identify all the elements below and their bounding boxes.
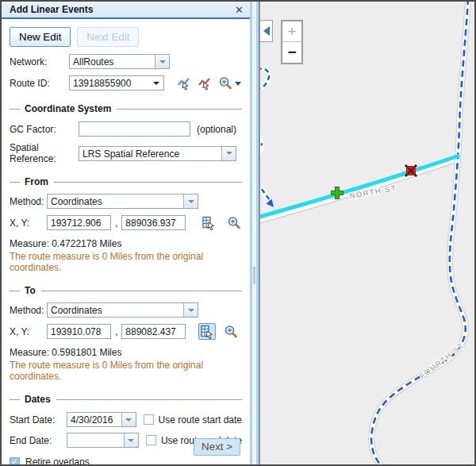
selected-route-highlight bbox=[260, 156, 459, 218]
coordinate-system-heading: Coordinate System bbox=[10, 103, 242, 114]
retire-overlaps-label: Retire overlaps bbox=[25, 456, 90, 464]
to-measure-text: Measure: 0.5981801 Miles bbox=[10, 347, 242, 358]
from-x-input[interactable] bbox=[47, 215, 111, 230]
spatial-reference-dropdown[interactable]: LRS Spatial Reference bbox=[79, 146, 236, 161]
road-fill bbox=[371, 2, 468, 464]
panel-title: Add Linear Events bbox=[10, 4, 235, 15]
to-x-input[interactable] bbox=[47, 324, 111, 339]
use-route-end-date-checkbox[interactable] bbox=[146, 435, 156, 445]
xy-separator: , bbox=[115, 326, 117, 337]
end-date-value bbox=[67, 433, 124, 447]
from-heading-text: From bbox=[25, 176, 48, 187]
to-heading-text: To bbox=[25, 285, 36, 296]
chevron-down-icon bbox=[188, 309, 194, 312]
next-button[interactable]: Next > bbox=[194, 438, 240, 456]
magnifier-plus-icon bbox=[224, 325, 238, 339]
use-route-start-date-label: Use route start date bbox=[159, 414, 242, 426]
chevron-left-icon bbox=[263, 26, 270, 36]
spatial-reference-label: Spatial Reference: bbox=[10, 142, 79, 164]
zoom-to-to-point-icon[interactable] bbox=[222, 323, 240, 340]
from-y-input[interactable] bbox=[121, 215, 186, 230]
chevron-down-icon bbox=[188, 200, 194, 203]
to-heading: To bbox=[10, 285, 242, 296]
network-label: Network: bbox=[10, 56, 69, 67]
close-icon[interactable]: ✕ bbox=[235, 5, 244, 15]
to-method-dropdown[interactable]: Coordinates bbox=[47, 302, 198, 318]
select-to-route-icon[interactable] bbox=[196, 75, 213, 91]
chevron-down-icon bbox=[153, 82, 159, 85]
spatial-reference-value: LRS Spatial Reference bbox=[79, 147, 221, 160]
next-edit-button: Next Edit bbox=[77, 27, 139, 47]
gc-factor-input[interactable] bbox=[79, 121, 190, 137]
to-method-label: Method: bbox=[10, 305, 47, 316]
network-dropdown-button[interactable] bbox=[155, 55, 169, 68]
network-value: AllRoutes bbox=[70, 55, 155, 68]
zoom-out-button[interactable]: − bbox=[282, 42, 301, 63]
network-dropdown[interactable]: AllRoutes bbox=[69, 54, 170, 69]
optional-hint: (optional) bbox=[197, 124, 236, 135]
xy-separator: , bbox=[115, 218, 117, 229]
gc-factor-label: GC Factor: bbox=[10, 124, 79, 135]
panel-splitter[interactable] bbox=[250, 2, 259, 464]
add-linear-events-panel: Add Linear Events ✕ New Edit Next Edit N… bbox=[2, 2, 250, 464]
from-heading: From bbox=[10, 176, 242, 187]
pick-to-coordinates-icon[interactable] bbox=[198, 323, 216, 340]
pick-from-coordinates-icon[interactable] bbox=[200, 214, 217, 231]
from-method-dropdown[interactable]: Coordinates bbox=[47, 194, 198, 209]
coordinate-system-heading-text: Coordinate System bbox=[25, 103, 111, 114]
to-measure-warning: The route measure is 0 Miles from the or… bbox=[10, 360, 242, 382]
pick-coordinates-icon bbox=[202, 216, 217, 230]
zoom-to-route-magnifier-icon bbox=[218, 76, 242, 91]
end-date-dropdown-button[interactable] bbox=[124, 433, 138, 447]
end-date-label: End Date: bbox=[10, 435, 67, 446]
chevron-down-icon bbox=[226, 152, 232, 155]
application-window: Add Linear Events ✕ New Edit Next Edit N… bbox=[0, 0, 476, 466]
from-measure-warning: The route measure is 0 Miles from the or… bbox=[10, 251, 242, 273]
start-date-dropdown-button[interactable] bbox=[121, 413, 136, 426]
select-to-route-icon bbox=[198, 76, 212, 91]
route-id-value: 13918855900 bbox=[73, 78, 153, 89]
map-canvas[interactable]: NORTH ST FOURTH ST + − bbox=[259, 2, 474, 464]
magnifier-plus-icon bbox=[227, 216, 241, 230]
to-y-input[interactable] bbox=[121, 324, 186, 339]
start-date-dropdown[interactable]: 4/30/2016 bbox=[67, 412, 136, 427]
dates-heading-text: Dates bbox=[25, 394, 51, 405]
from-method-label: Method: bbox=[10, 196, 47, 207]
new-edit-button[interactable]: New Edit bbox=[10, 27, 71, 47]
splitter-handle[interactable] bbox=[253, 267, 255, 284]
chevron-down-icon bbox=[159, 60, 166, 64]
from-measure-text: Measure: 0.4722178 Miles bbox=[10, 238, 242, 249]
collapse-panel-button[interactable] bbox=[260, 20, 273, 42]
retire-overlaps-checkbox[interactable] bbox=[10, 457, 20, 465]
route-id-combo[interactable]: 13918855900 bbox=[69, 75, 164, 91]
to-xy-label: X, Y: bbox=[10, 326, 47, 337]
from-method-dropdown-button[interactable] bbox=[183, 194, 198, 208]
select-from-route-icon bbox=[177, 76, 191, 91]
street-label-fourth-st: FOURTH ST bbox=[418, 341, 466, 380]
map-zoom-control: + − bbox=[281, 20, 303, 64]
zoom-to-route-icon[interactable] bbox=[218, 75, 242, 91]
panel-titlebar: Add Linear Events ✕ bbox=[2, 2, 250, 19]
chevron-down-icon bbox=[125, 418, 132, 422]
start-date-label: Start Date: bbox=[10, 414, 67, 426]
pick-coordinates-icon bbox=[200, 325, 215, 339]
select-from-route-icon[interactable] bbox=[175, 75, 193, 91]
spatial-reference-dropdown-button[interactable] bbox=[221, 147, 236, 160]
map-features: NORTH ST FOURTH ST bbox=[260, 2, 474, 464]
from-xy-label: X, Y: bbox=[10, 218, 47, 229]
dates-heading: Dates bbox=[10, 394, 242, 405]
from-method-value: Coordinates bbox=[48, 194, 183, 208]
to-method-value: Coordinates bbox=[48, 303, 183, 317]
start-date-value: 4/30/2016 bbox=[67, 413, 121, 426]
route-id-label: Route ID: bbox=[10, 78, 69, 89]
zoom-to-from-point-icon[interactable] bbox=[225, 214, 243, 231]
use-route-start-date-checkbox[interactable] bbox=[144, 414, 154, 425]
chevron-down-icon bbox=[128, 439, 134, 442]
end-date-dropdown[interactable] bbox=[67, 433, 139, 448]
zoom-in-button[interactable]: + bbox=[282, 21, 301, 42]
to-method-dropdown-button[interactable] bbox=[183, 303, 198, 317]
to-point-marker[interactable] bbox=[405, 165, 416, 176]
